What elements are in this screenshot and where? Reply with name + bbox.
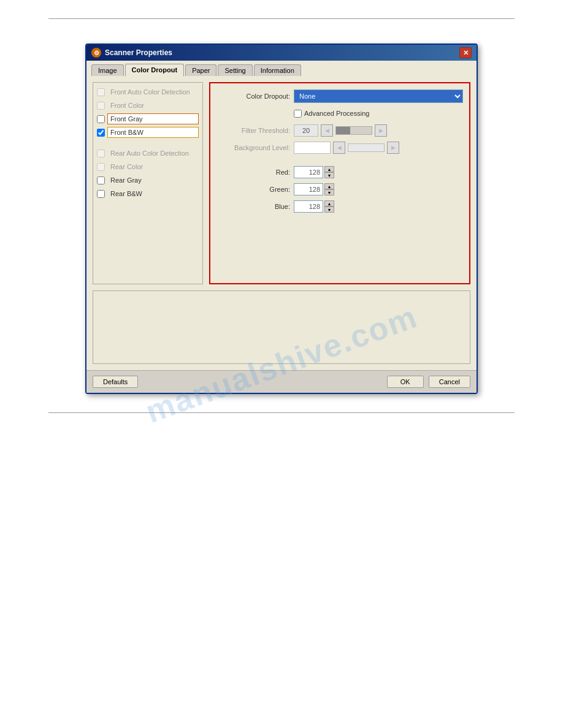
- tab-paper[interactable]: Paper: [185, 64, 216, 76]
- dialog-content: Front Auto Color Detection Front Color F…: [86, 76, 477, 290]
- page-wrapper: ⚙ Scanner Properties ✕ Image Color Dropo…: [0, 0, 563, 728]
- rear-auto-label: Rear Auto Color Detection: [107, 148, 199, 159]
- advanced-processing-label: Advanced Processing: [304, 110, 369, 117]
- rear-color-label: Rear Color: [107, 161, 199, 172]
- red-spinner: ▲ ▼: [294, 166, 334, 178]
- front-bw-row: Front B&W: [97, 127, 199, 138]
- rear-bw-label: Rear B&W: [107, 188, 199, 199]
- filter-threshold-right-arrow[interactable]: ▶: [375, 124, 387, 137]
- red-label: Red:: [216, 169, 290, 176]
- rear-gray-label: Rear Gray: [107, 175, 199, 186]
- front-auto-label: Front Auto Color Detection: [107, 86, 199, 97]
- blue-spin-up[interactable]: ▲: [324, 200, 334, 207]
- cancel-button[interactable]: Cancel: [429, 376, 470, 388]
- ok-button[interactable]: OK: [387, 376, 424, 388]
- front-auto-checkbox[interactable]: [97, 88, 105, 96]
- advanced-processing-check-wrapper: Advanced Processing: [294, 110, 369, 118]
- blue-spinner: ▲ ▼: [294, 200, 334, 213]
- rear-auto-row: Rear Auto Color Detection: [97, 148, 199, 159]
- dialog-title-icon: ⚙: [91, 48, 101, 58]
- blue-input[interactable]: [294, 200, 323, 213]
- close-button[interactable]: ✕: [459, 47, 472, 58]
- blue-spin-down[interactable]: ▼: [324, 207, 334, 213]
- rear-gray-checkbox[interactable]: [97, 176, 105, 184]
- left-panel: Front Auto Color Detection Front Color F…: [93, 82, 203, 284]
- blue-row: Blue: ▲ ▼: [216, 200, 463, 213]
- front-color-label: Front Color: [107, 100, 199, 111]
- tab-color-dropout[interactable]: Color Dropout: [125, 64, 185, 77]
- green-label: Green:: [216, 186, 290, 193]
- filter-threshold-label: Filter Threshold:: [216, 127, 290, 134]
- tab-setting[interactable]: Setting: [218, 64, 252, 76]
- filter-threshold-value: 20: [294, 124, 318, 137]
- green-spin-up[interactable]: ▲: [324, 183, 334, 189]
- dialog-titlebar: ⚙ Scanner Properties ✕: [86, 45, 477, 61]
- rear-bw-checkbox[interactable]: [97, 190, 105, 198]
- tab-information[interactable]: Information: [254, 64, 301, 76]
- red-spin-down[interactable]: ▼: [324, 172, 334, 178]
- background-level-row: Background Level: ◀ ▶: [216, 141, 463, 154]
- front-bw-checkbox[interactable]: [97, 129, 105, 137]
- rear-color-checkbox[interactable]: [97, 163, 105, 171]
- front-bw-label: Front B&W: [107, 127, 199, 138]
- background-level-left-arrow[interactable]: ◀: [333, 142, 345, 154]
- rear-bw-row: Rear B&W: [97, 188, 199, 199]
- background-level-label: Background Level:: [216, 144, 290, 151]
- rear-gray-row: Rear Gray: [97, 175, 199, 186]
- front-auto-row: Front Auto Color Detection: [97, 86, 199, 97]
- background-level-right-arrow[interactable]: ▶: [387, 142, 399, 154]
- front-gray-label: Front Gray: [107, 113, 199, 124]
- background-level-value: [294, 142, 331, 154]
- red-input[interactable]: [294, 166, 323, 178]
- color-dropout-label: Color Dropout:: [216, 93, 290, 100]
- filter-threshold-left-arrow[interactable]: ◀: [321, 124, 333, 137]
- empty-area: [93, 290, 470, 364]
- rear-auto-checkbox[interactable]: [97, 150, 105, 157]
- green-spin-down[interactable]: ▼: [324, 189, 334, 195]
- red-spin-up[interactable]: ▲: [324, 166, 334, 172]
- footer-right-buttons: OK Cancel: [387, 376, 470, 388]
- green-spinner: ▲ ▼: [294, 183, 334, 195]
- filter-threshold-row: Filter Threshold: 20 ◀ ▶: [216, 124, 463, 137]
- advanced-processing-row: Advanced Processing: [216, 107, 463, 120]
- tab-image[interactable]: Image: [91, 64, 124, 76]
- green-row: Green: ▲ ▼: [216, 183, 463, 196]
- color-dropout-row: Color Dropout: None: [216, 89, 463, 103]
- scanner-properties-dialog: ⚙ Scanner Properties ✕ Image Color Dropo…: [85, 44, 478, 394]
- bottom-divider: [48, 412, 515, 413]
- dialog-title: Scanner Properties: [105, 48, 172, 57]
- green-spinner-buttons: ▲ ▼: [324, 183, 334, 195]
- right-panel: Color Dropout: None Advanced Processing: [209, 82, 470, 284]
- blue-label: Blue:: [216, 203, 290, 210]
- front-gray-checkbox[interactable]: [97, 115, 105, 123]
- front-color-row: Front Color: [97, 100, 199, 111]
- green-input[interactable]: [294, 183, 323, 195]
- advanced-processing-checkbox[interactable]: [294, 110, 302, 118]
- front-gray-row: Front Gray: [97, 113, 199, 124]
- rear-color-row: Rear Color: [97, 161, 199, 172]
- red-row: Red: ▲ ▼: [216, 165, 463, 179]
- color-dropout-dropdown[interactable]: None: [294, 89, 463, 103]
- dialog-footer: Defaults OK Cancel: [86, 370, 477, 393]
- red-spinner-buttons: ▲ ▼: [324, 166, 334, 178]
- front-color-checkbox[interactable]: [97, 102, 105, 110]
- dialog-title-left: ⚙ Scanner Properties: [91, 48, 172, 58]
- top-divider: [48, 18, 515, 19]
- blue-spinner-buttons: ▲ ▼: [324, 200, 334, 213]
- defaults-button[interactable]: Defaults: [93, 376, 138, 388]
- tab-bar: Image Color Dropout Paper Setting Inform…: [86, 61, 477, 76]
